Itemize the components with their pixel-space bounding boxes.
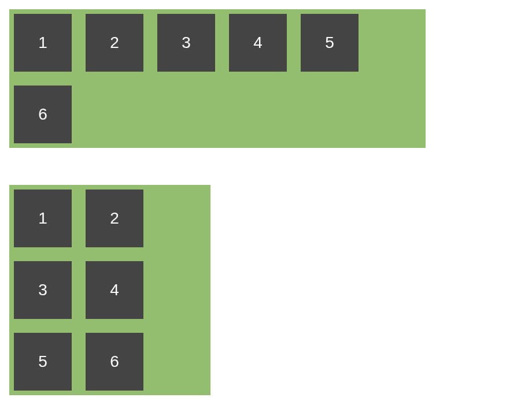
box-item: 6	[14, 86, 72, 143]
box-item: 5	[301, 14, 359, 72]
box-item: 4	[229, 14, 287, 72]
box-item: 3	[14, 261, 72, 319]
box-item: 2	[86, 190, 143, 247]
flex-container-wide: 1 2 3 4 5 6	[9, 9, 426, 148]
box-item: 1	[14, 190, 72, 247]
box-item: 6	[86, 333, 143, 391]
box-item: 5	[14, 333, 72, 391]
flex-container-narrow: 1 2 3 4 5 6	[9, 185, 210, 395]
box-item: 4	[86, 261, 143, 319]
box-item: 3	[157, 14, 215, 72]
box-item: 1	[14, 14, 72, 72]
box-item: 2	[86, 14, 143, 72]
